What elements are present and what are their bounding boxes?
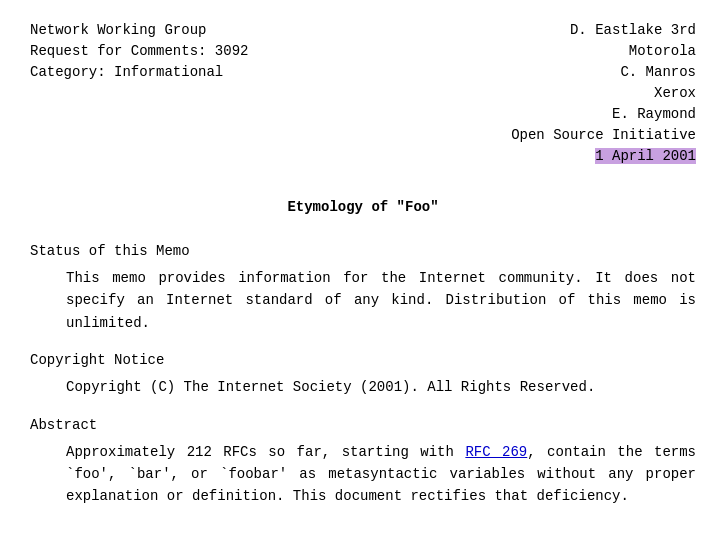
rfc-number: Request for Comments: 3092 — [30, 41, 248, 62]
date-highlight: 1 April 2001 — [595, 148, 696, 164]
category: Category: Informational — [30, 62, 248, 83]
copyright-heading: Copyright Notice — [30, 352, 696, 368]
org-opensource: Open Source Initiative — [511, 125, 696, 146]
copyright-section: Copyright Notice Copyright (C) The Inter… — [30, 352, 696, 398]
status-section: Status of this Memo This memo provides i… — [30, 243, 696, 334]
document-header: Network Working Group Request for Commen… — [30, 20, 696, 167]
author-raymond: E. Raymond — [511, 104, 696, 125]
header-right: D. Eastlake 3rd Motorola C. Manros Xerox… — [511, 20, 696, 167]
abstract-body: Approximately 212 RFCs so far, starting … — [66, 441, 696, 508]
date: 1 April 2001 — [511, 146, 696, 167]
abstract-heading: Abstract — [30, 417, 696, 433]
document-title: Etymology of "Foo" — [30, 197, 696, 218]
abstract-pre: Approximately 212 RFCs so far, starting … — [66, 444, 465, 460]
copyright-body: Copyright (C) The Internet Society (2001… — [66, 376, 696, 398]
author-eastlake: D. Eastlake 3rd — [511, 20, 696, 41]
org-motorola: Motorola — [511, 41, 696, 62]
author-manros: C. Manros — [511, 62, 696, 83]
status-heading: Status of this Memo — [30, 243, 696, 259]
status-body: This memo provides information for the I… — [66, 267, 696, 334]
header-left: Network Working Group Request for Commen… — [30, 20, 248, 167]
rfc-link[interactable]: RFC 269 — [465, 444, 527, 460]
working-group: Network Working Group — [30, 20, 248, 41]
abstract-section: Abstract Approximately 212 RFCs so far, … — [30, 417, 696, 508]
org-xerox: Xerox — [511, 83, 696, 104]
